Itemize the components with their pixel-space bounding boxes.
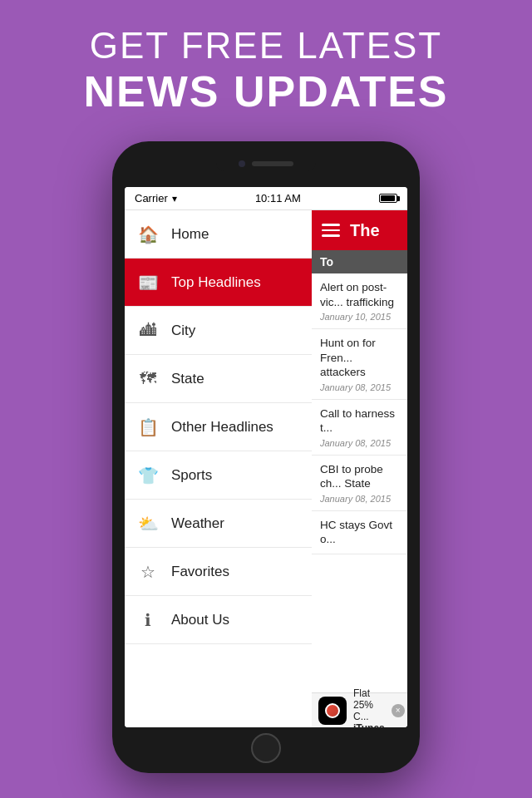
- sidebar-item-sports[interactable]: 👕Sports: [125, 451, 312, 500]
- news-date: January 08, 2015: [320, 438, 399, 448]
- section-title: To: [320, 255, 333, 268]
- battery-icon: [379, 194, 397, 203]
- home-icon: 🏠: [136, 224, 160, 244]
- status-left: Carrier ▾: [135, 192, 177, 204]
- news-headline: HC stays Govt o...: [320, 518, 399, 547]
- news-item[interactable]: CBI to probe ch... StateJanuary 08, 2015: [312, 456, 407, 511]
- itunes-icon: [318, 697, 347, 725]
- sports-icon: 👕: [136, 466, 160, 485]
- phone-camera: [239, 160, 245, 167]
- sidebar-label-sports: Sports: [171, 467, 212, 484]
- phone-speaker: [252, 161, 293, 166]
- sidebar-label-other-headlines: Other Headlines: [171, 419, 273, 436]
- favorites-icon: ☆: [136, 562, 160, 582]
- news-headline: Call to harness t...: [320, 406, 399, 436]
- news-headline: Alert on post-vic... trafficking: [320, 280, 399, 309]
- sidebar-item-state[interactable]: 🗺State: [125, 355, 312, 403]
- status-right: [379, 194, 397, 203]
- other-headlines-icon: 📋: [136, 417, 160, 437]
- state-icon: 🗺: [136, 369, 160, 388]
- sidebar-item-favorites[interactable]: ☆Favorites: [125, 548, 312, 596]
- section-header: To: [312, 250, 407, 273]
- page-header: GET FREE LATEST NEWS UPDATES: [0, 0, 532, 133]
- news-headline: CBI to probe ch... State: [320, 462, 399, 491]
- news-item[interactable]: Alert on post-vic... traffickingJanuary …: [312, 273, 407, 329]
- sidebar-label-city: City: [171, 323, 195, 339]
- content-panel: The To Alert on post-vic... traffickingJ…: [312, 210, 407, 727]
- sidebar-item-weather[interactable]: ⛅Weather: [125, 500, 312, 548]
- sidebar-item-home[interactable]: 🏠Home: [125, 210, 312, 259]
- sidebar-label-weather: Weather: [171, 515, 224, 532]
- phone-screen: Carrier ▾ 10:11 AM 🏠Home📰Top Headlines🏙C…: [125, 187, 407, 727]
- itunes-banner: Flat 25% C... iTunes ×: [312, 692, 407, 727]
- carrier-label: Carrier: [135, 192, 168, 204]
- news-date: January 10, 2015: [320, 312, 399, 322]
- itunes-label: iTunes: [353, 722, 385, 728]
- battery-fill: [381, 195, 395, 201]
- home-button[interactable]: [251, 733, 281, 763]
- about-us-icon: ℹ: [136, 610, 160, 630]
- header-line2: NEWS UPDATES: [0, 66, 532, 116]
- header-line1: GET FREE LATEST: [0, 25, 532, 66]
- city-icon: 🏙: [136, 321, 160, 340]
- top-headlines-icon: 📰: [136, 273, 160, 293]
- sidebar-label-favorites: Favorites: [171, 564, 229, 580]
- app-content: 🏠Home📰Top Headlines🏙City🗺State📋Other Hea…: [125, 210, 407, 727]
- sidebar-item-other-headlines[interactable]: 📋Other Headlines: [125, 403, 312, 451]
- hamburger-button[interactable]: [322, 224, 340, 237]
- news-item[interactable]: HC stays Govt o...: [312, 511, 407, 554]
- news-list[interactable]: Alert on post-vic... traffickingJanuary …: [312, 273, 407, 692]
- weather-icon: ⛅: [136, 514, 160, 534]
- news-headline: Hunt on for Fren... attackers: [320, 336, 399, 380]
- app-topbar: The: [312, 210, 407, 250]
- sidebar-label-state: State: [171, 371, 204, 387]
- news-date: January 08, 2015: [320, 494, 399, 504]
- app-title: The: [350, 221, 380, 240]
- sidebar-item-city[interactable]: 🏙City: [125, 307, 312, 355]
- sidebar-item-top-headlines[interactable]: 📰Top Headlines: [125, 259, 312, 307]
- sidebar-label-top-headlines: Top Headlines: [171, 274, 261, 291]
- news-date: January 08, 2015: [320, 382, 399, 392]
- itunes-close-button[interactable]: ×: [392, 704, 405, 717]
- status-bar: Carrier ▾ 10:11 AM: [125, 187, 407, 210]
- itunes-promo: Flat 25% C...: [353, 687, 373, 722]
- time-label: 10:11 AM: [255, 192, 301, 204]
- sidebar-item-about-us[interactable]: ℹAbout Us: [125, 596, 312, 644]
- phone-notch: [216, 156, 316, 171]
- news-item[interactable]: Hunt on for Fren... attackersJanuary 08,…: [312, 329, 407, 400]
- sidebar-label-home: Home: [171, 226, 209, 243]
- sidebar-label-about-us: About Us: [171, 612, 229, 628]
- sidebar: 🏠Home📰Top Headlines🏙City🗺State📋Other Hea…: [125, 210, 312, 727]
- news-item[interactable]: Call to harness t...January 08, 2015: [312, 400, 407, 456]
- itunes-icon-inner: [325, 703, 340, 718]
- itunes-text: Flat 25% C... iTunes: [353, 687, 385, 728]
- phone-shell: Carrier ▾ 10:11 AM 🏠Home📰Top Headlines🏙C…: [112, 141, 420, 773]
- wifi-icon: ▾: [172, 193, 177, 204]
